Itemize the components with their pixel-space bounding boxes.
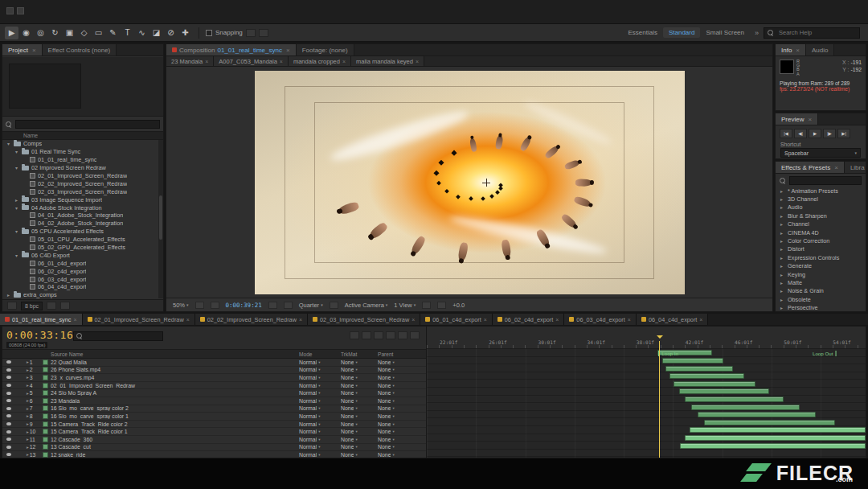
scrollbar-thumb[interactable]	[159, 195, 162, 240]
workspace-icon[interactable]	[17, 7, 24, 14]
layer-row-8[interactable]: ▸816 Slo_mo_carve_spray color 1Normal▾No…	[2, 413, 426, 421]
grid-guides-icon[interactable]	[195, 302, 204, 309]
visibility-eye-icon[interactable]	[6, 430, 11, 434]
comp-tab-23-mandala[interactable]: 23 Mandala×	[166, 56, 214, 66]
layer-source-name[interactable]: 26 Phone Slats.mp4	[51, 367, 299, 372]
snap-option-icon[interactable]	[246, 29, 256, 37]
layer-twirl-icon[interactable]: ▸	[27, 421, 29, 426]
effects-category-color-correction[interactable]: ▸Color Correction	[776, 236, 866, 244]
help-search-box[interactable]	[764, 27, 860, 39]
tab-libraries[interactable]: Libra	[845, 162, 866, 173]
trkmat-column[interactable]: TrkMat	[341, 351, 378, 357]
folder-toggle-icon[interactable]: ▾	[14, 253, 19, 258]
tab-info[interactable]: Info ×	[776, 44, 806, 55]
close-icon[interactable]: ×	[796, 47, 800, 54]
project-item-06-01-c4d-export[interactable]: 06_01_c4d_export	[2, 259, 158, 267]
effects-category-noise-grain[interactable]: ▸Noise & Grain	[776, 287, 866, 295]
effects-category-distort[interactable]: ▸Distort	[776, 245, 866, 253]
effects-category-animation-presets[interactable]: ▸* Animation Presets	[776, 187, 866, 195]
layer-mode-select[interactable]: Normal▾	[299, 413, 341, 419]
comp-tab-malia-mandala-keyed[interactable]: malia mandala keyed×	[351, 56, 424, 66]
chevron-right-icon[interactable]: ▸	[780, 213, 785, 219]
type-tool[interactable]: T	[121, 27, 134, 39]
close-icon[interactable]: ×	[342, 59, 346, 64]
layer-twirl-icon[interactable]: ▸	[27, 375, 29, 380]
timeline-tab-02-01-improved-screen-redraw[interactable]: 02_01_Improved_Screen_Redraw×	[83, 314, 195, 325]
layer-parent-select[interactable]: None▾	[378, 390, 426, 396]
project-item-extra-comps[interactable]: ▸extra_comps	[2, 291, 158, 298]
layer-mode-select[interactable]: Normal▾	[299, 360, 341, 365]
composition-mini-flowchart-icon[interactable]	[350, 331, 359, 339]
resolution-select[interactable]: Quarter ▾	[299, 302, 323, 309]
timeline-tab-06-04-c4d-export[interactable]: 06_04_c4d_export×	[637, 314, 709, 325]
layer-source-name[interactable]: 15 Camera_Track_Ride color 2	[51, 421, 299, 427]
layer-twirl-icon[interactable]: ▸	[27, 368, 29, 372]
view-layout-select[interactable]: 1 View ▾	[394, 302, 416, 309]
layer-trkmat-select[interactable]: None▾	[341, 398, 378, 404]
project-item-04-01-adobe-stock-integration[interactable]: 04_01_Adobe_Stock_Integration	[2, 212, 158, 220]
project-item-comps[interactable]: ▾Comps	[2, 140, 158, 148]
layer-mode-select[interactable]: Normal▾	[299, 444, 341, 450]
close-icon[interactable]: ×	[205, 59, 208, 64]
close-icon[interactable]: ×	[286, 47, 290, 54]
layer-trkmat-select[interactable]: None▾	[341, 375, 378, 380]
folder-toggle-icon[interactable]: ▾	[6, 141, 11, 146]
timeline-search-input[interactable]	[85, 333, 160, 340]
layer-duration-bar-13[interactable]	[680, 443, 866, 449]
project-item-05-01-cpu-accelerated-effects[interactable]: 05_01_CPU_Accelerated_Effects	[2, 236, 158, 244]
effects-category-expression-controls[interactable]: ▸Expression Controls	[776, 253, 866, 261]
layer-trkmat-select[interactable]: None▾	[341, 360, 378, 365]
chevron-right-icon[interactable]: ▸	[780, 188, 785, 194]
close-icon[interactable]: ×	[32, 47, 36, 54]
project-scrollbar[interactable]	[158, 140, 163, 298]
layer-duration-bar-3[interactable]	[665, 366, 733, 372]
layer-twirl-icon[interactable]: ▸	[27, 445, 29, 450]
layer-row-9[interactable]: ▸915 Camera_Track_Ride color 2Normal▾Non…	[2, 421, 426, 429]
layer-duration-bar-2[interactable]	[662, 358, 723, 364]
layer-twirl-icon[interactable]: ▸	[27, 437, 29, 442]
layer-parent-select[interactable]: None▾	[378, 405, 426, 411]
layer-twirl-icon[interactable]: ▸	[27, 391, 29, 396]
parent-column[interactable]: Parent	[378, 351, 426, 357]
timeline-tab-02-03-improved-screen-redraw[interactable]: 02_03_Improved_Screen_Redraw×	[308, 314, 420, 325]
layer-trkmat-select[interactable]: None▾	[341, 390, 378, 396]
workspace-overflow-icon[interactable]: »	[755, 29, 759, 37]
close-icon[interactable]: ×	[808, 116, 812, 123]
tab-preview[interactable]: Preview ×	[776, 113, 818, 125]
clone-stamp-tool[interactable]: ◪	[149, 27, 163, 39]
layer-color-label[interactable]	[43, 360, 48, 365]
effects-search-input[interactable]	[789, 176, 862, 185]
layer-mode-select[interactable]: Normal▾	[299, 367, 341, 372]
layer-source-name[interactable]: 12 Cascade_360	[51, 437, 299, 442]
project-item-02-01-improved-screen-redraw[interactable]: 02_01_Improved_Screen_Redraw	[2, 172, 158, 180]
tab-audio[interactable]: Audio	[806, 44, 834, 55]
layer-duration-bar-6[interactable]	[679, 388, 769, 394]
layer-parent-select[interactable]: None▾	[378, 413, 426, 419]
project-item-05-cpu-accelerated-effects[interactable]: ▾05 CPU Accelerated Effects	[2, 228, 158, 236]
timeline-tab-02-02-improved-screen-redraw[interactable]: 02_02_Improved_Screen_Redraw×	[195, 314, 308, 325]
layer-mode-select[interactable]: Normal▾	[299, 383, 341, 388]
layer-row-4[interactable]: ▸402_01_Improved_Screen_RedrawNormal▾Non…	[2, 382, 426, 390]
effects-category-generate[interactable]: ▸Generate	[776, 262, 866, 270]
color-depth-button[interactable]: 8 bpc	[21, 302, 43, 310]
layer-color-label[interactable]	[43, 375, 48, 380]
tab-footage[interactable]: Footage: (none)	[297, 44, 354, 55]
chevron-right-icon[interactable]: ▸	[780, 221, 785, 227]
folder-toggle-icon[interactable]: ▸	[6, 292, 11, 298]
close-icon[interactable]: ×	[484, 317, 487, 323]
visibility-eye-icon[interactable]	[6, 376, 11, 379]
show-channel-icon[interactable]	[284, 302, 293, 309]
project-item-01-real-time-sync[interactable]: ▾01 Real Time Sync	[2, 148, 158, 156]
tab-effect-controls[interactable]: Effect Controls (none)	[43, 44, 117, 55]
project-item-04-adobe-stock-integration[interactable]: ▾04 Adobe Stock Integration	[2, 203, 158, 212]
folder-toggle-icon[interactable]: ▾	[14, 149, 19, 154]
shape-tool[interactable]: ▭	[92, 27, 105, 39]
layer-row-5[interactable]: ▸524 Slo Mo Spray ANormal▾None▾None▾	[2, 389, 426, 397]
layer-duration-bar-9[interactable]	[698, 412, 816, 417]
close-icon[interactable]: ×	[834, 164, 838, 171]
effects-category-matte[interactable]: ▸Matte	[776, 278, 866, 286]
layer-source-name[interactable]: 23_x_curves.mp4	[51, 375, 299, 380]
next-frame-button[interactable]: |▶	[823, 129, 836, 138]
layer-twirl-icon[interactable]: ▸	[27, 383, 29, 388]
timeline-tab-06-01-c4d-export[interactable]: 06_01_c4d_export×	[420, 314, 493, 325]
